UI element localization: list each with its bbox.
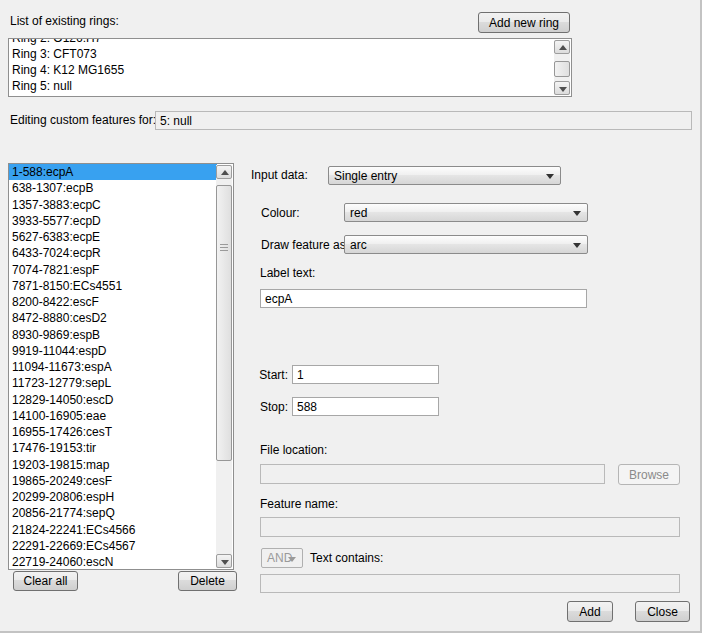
list-item[interactable]: 5627-6383:ecpE bbox=[9, 229, 217, 245]
list-item[interactable]: 22719-24060:escN bbox=[9, 554, 217, 569]
list-item[interactable]: 12829-14050:escD bbox=[9, 392, 217, 408]
list-item[interactable]: 7871-8150:ECs4551 bbox=[9, 278, 217, 294]
close-button[interactable]: Close bbox=[635, 601, 690, 622]
input-data-label: Input data: bbox=[251, 168, 308, 183]
list-item[interactable]: 16955-17426:cesT bbox=[9, 424, 217, 440]
list-item[interactable]: 638-1307:ecpB bbox=[9, 180, 217, 196]
chevron-down-icon bbox=[288, 557, 296, 562]
scroll-down-button[interactable] bbox=[554, 81, 570, 95]
scroll-down-button[interactable] bbox=[216, 554, 232, 568]
rings-list-label: List of existing rings: bbox=[10, 14, 119, 29]
features-scrollbar[interactable] bbox=[216, 165, 232, 568]
list-item[interactable]: 20299-20806:espH bbox=[9, 489, 217, 505]
file-location-input[interactable] bbox=[260, 464, 605, 484]
list-item[interactable]: 7074-7821:espF bbox=[9, 262, 217, 278]
input-data-select[interactable]: Single entry bbox=[328, 166, 561, 185]
chevron-down-icon bbox=[546, 174, 554, 179]
arrow-down-icon bbox=[221, 560, 229, 565]
stop-label: Stop: bbox=[250, 400, 288, 415]
chevron-down-icon bbox=[573, 211, 581, 216]
list-item[interactable]: 20856-21774:sepQ bbox=[9, 505, 217, 521]
draw-feature-label: Draw feature as: bbox=[261, 238, 349, 253]
list-item[interactable]: Ring 5: null bbox=[9, 78, 555, 94]
list-item[interactable]: Ring 4: K12 MG1655 bbox=[9, 62, 555, 78]
colour-label: Colour: bbox=[261, 206, 300, 221]
add-button[interactable]: Add bbox=[567, 601, 613, 622]
list-item[interactable]: 8930-9869:espB bbox=[9, 327, 217, 343]
list-item[interactable]: 22291-22669:ECs4567 bbox=[9, 538, 217, 554]
list-item[interactable]: 19865-20249:cesF bbox=[9, 473, 217, 489]
list-item[interactable]: 17476-19153:tir bbox=[9, 440, 217, 456]
clear-all-button[interactable]: Clear all bbox=[13, 571, 78, 591]
input-data-value: Single entry bbox=[334, 167, 397, 184]
text-contains-label: Text contains: bbox=[310, 551, 383, 566]
start-input[interactable] bbox=[292, 365, 439, 384]
editing-for-label: Editing custom features for: bbox=[10, 113, 156, 128]
colour-value: red bbox=[350, 204, 367, 221]
arrow-down-icon bbox=[559, 87, 567, 92]
file-location-label: File location: bbox=[260, 443, 327, 458]
list-item[interactable]: 11094-11673:espA bbox=[9, 359, 217, 375]
list-item[interactable]: 14100-16905:eae bbox=[9, 408, 217, 424]
thumb-grip-icon bbox=[220, 244, 228, 254]
operator-select[interactable]: AND bbox=[261, 548, 303, 568]
draw-feature-value: arc bbox=[350, 236, 367, 253]
label-text-input[interactable] bbox=[260, 289, 587, 308]
rings-listbox[interactable]: Ring 2: O126:H7Ring 3: CFT073Ring 4: K12… bbox=[8, 38, 572, 97]
arrow-up-icon bbox=[221, 170, 229, 175]
list-item[interactable]: 11723-12779:sepL bbox=[9, 375, 217, 391]
list-item[interactable]: 21824-22241:ECs4566 bbox=[9, 522, 217, 538]
chevron-down-icon bbox=[573, 243, 581, 248]
draw-feature-select[interactable]: arc bbox=[344, 235, 588, 254]
feature-name-label: Feature name: bbox=[260, 497, 338, 512]
features-list-items: 1-588:ecpA638-1307:ecpB1357-3883:ecpC393… bbox=[9, 164, 217, 569]
text-contains-input[interactable] bbox=[260, 574, 680, 593]
list-item[interactable]: 8472-8880:cesD2 bbox=[9, 310, 217, 326]
label-text-label: Label text: bbox=[260, 266, 315, 281]
list-item[interactable]: 1357-3883:ecpC bbox=[9, 197, 217, 213]
list-item[interactable]: 1-588:ecpA bbox=[9, 164, 217, 180]
features-listbox[interactable]: 1-588:ecpA638-1307:ecpB1357-3883:ecpC393… bbox=[8, 163, 234, 570]
scroll-thumb[interactable] bbox=[216, 185, 232, 461]
add-new-ring-button[interactable]: Add new ring bbox=[478, 12, 570, 33]
feature-name-input[interactable] bbox=[260, 517, 680, 537]
stop-input[interactable] bbox=[292, 397, 439, 416]
list-item[interactable]: 19203-19815:map bbox=[9, 457, 217, 473]
delete-button[interactable]: Delete bbox=[178, 571, 237, 591]
list-item[interactable]: 9919-11044:espD bbox=[9, 343, 217, 359]
list-item[interactable]: 3933-5577:ecpD bbox=[9, 213, 217, 229]
list-item[interactable]: 6433-7024:ecpR bbox=[9, 245, 217, 261]
scroll-up-button[interactable] bbox=[216, 165, 232, 179]
list-item[interactable]: 8200-8422:escF bbox=[9, 294, 217, 310]
rings-scrollbar[interactable] bbox=[554, 40, 570, 95]
arrow-up-icon bbox=[559, 45, 567, 50]
colour-select[interactable]: red bbox=[344, 203, 588, 222]
scroll-up-button[interactable] bbox=[554, 40, 570, 54]
list-item[interactable]: Ring 3: CFT073 bbox=[9, 46, 555, 62]
rings-list-items: Ring 2: O126:H7Ring 3: CFT073Ring 4: K12… bbox=[9, 39, 555, 96]
start-label: Start: bbox=[250, 368, 288, 383]
list-item[interactable]: Ring 2: O126:H7 bbox=[9, 39, 555, 46]
editing-for-field[interactable] bbox=[155, 111, 692, 130]
browse-button[interactable]: Browse bbox=[618, 464, 680, 485]
custom-features-dialog: List of existing rings: Add new ring Rin… bbox=[0, 0, 702, 633]
scroll-thumb[interactable] bbox=[554, 61, 570, 77]
